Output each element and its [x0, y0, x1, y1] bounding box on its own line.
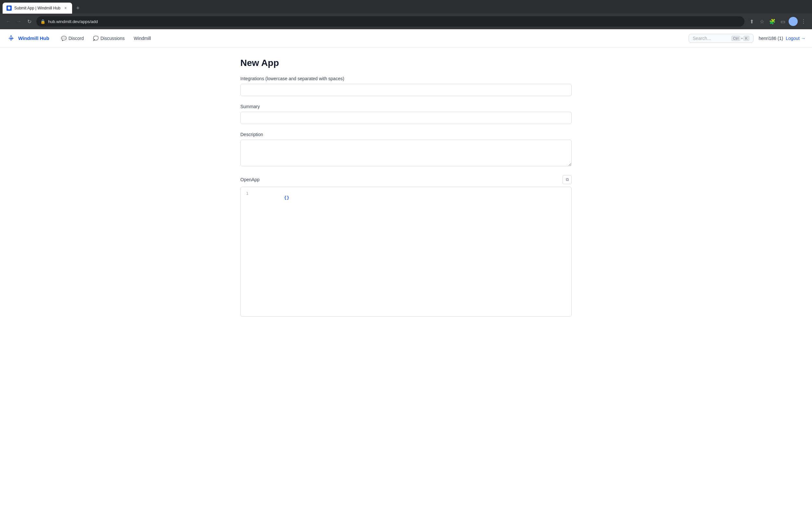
description-textarea[interactable] — [240, 140, 572, 166]
integrations-input[interactable] — [240, 84, 572, 96]
ctrl-key: Ctrl — [732, 36, 740, 41]
share-button[interactable]: ⬆ — [747, 17, 756, 26]
menu-button[interactable]: ⋮ — [799, 17, 808, 26]
line-content-1: {} — [254, 190, 289, 205]
username: henri186 (1) — [759, 36, 784, 41]
openapp-header: OpenApp ⧉ — [240, 175, 572, 184]
search-shortcut: Ctrl + K — [732, 36, 749, 41]
logout-icon: → — [801, 36, 806, 41]
json-braces: {} — [284, 195, 289, 200]
summary-input[interactable] — [240, 112, 572, 124]
url-bar[interactable]: 🔒 hub.windmill.dev/apps/add — [37, 16, 744, 26]
discord-link[interactable]: 💬 Discord — [57, 34, 88, 43]
site-navbar: Windmill Hub 💬 Discord 💭 Discussions Win… — [0, 29, 812, 47]
browser-actions: ⬆ ☆ 🧩 ▭ ⋮ — [747, 17, 808, 26]
tab-close-button[interactable]: × — [63, 5, 68, 11]
address-bar: ← → ↻ 🔒 hub.windmill.dev/apps/add ⬆ ☆ 🧩 … — [0, 14, 812, 29]
integrations-label: Integrations (lowercase and separated wi… — [240, 76, 572, 81]
description-group: Description — [240, 132, 572, 167]
discord-icon: 💬 — [61, 36, 67, 41]
bookmark-button[interactable]: ☆ — [757, 17, 766, 26]
svg-point-0 — [10, 37, 12, 39]
windmill-label: Windmill — [134, 36, 151, 41]
url-text: hub.windmill.dev/apps/add — [48, 19, 741, 24]
copy-button[interactable]: ⧉ — [563, 175, 572, 184]
lock-icon: 🔒 — [40, 19, 46, 24]
k-key: K — [744, 36, 749, 41]
search-placeholder: Search... — [693, 36, 729, 41]
active-tab[interactable]: Submit App | Windmill Hub × — [3, 3, 72, 14]
code-editor[interactable]: 1 {} — [240, 187, 572, 317]
tab-title: Submit App | Windmill Hub — [14, 6, 60, 10]
plus-separator: + — [741, 36, 743, 40]
description-label: Description — [240, 132, 572, 137]
logo-area[interactable]: Windmill Hub — [6, 34, 49, 43]
forward-button[interactable]: → — [14, 17, 23, 26]
code-body: 1 {} — [241, 187, 571, 311]
openapp-label: OpenApp — [240, 177, 259, 182]
discussions-label: Discussions — [100, 36, 125, 41]
nav-buttons: ← → ↻ — [4, 17, 34, 26]
discord-label: Discord — [68, 36, 84, 41]
profile-button[interactable] — [789, 17, 798, 26]
search-box[interactable]: Search... Ctrl + K — [689, 34, 754, 43]
logout-label: Logout — [786, 36, 800, 41]
discussions-icon: 💭 — [93, 36, 99, 41]
openapp-section: OpenApp ⧉ 1 {} — [240, 175, 572, 317]
logo-text: Windmill Hub — [18, 36, 49, 41]
code-line-1: 1 {} — [241, 190, 571, 206]
nav-links: 💬 Discord 💭 Discussions Windmill — [57, 34, 689, 43]
tab-favicon — [6, 5, 12, 11]
integrations-group: Integrations (lowercase and separated wi… — [240, 76, 572, 96]
page-title: New App — [240, 58, 572, 68]
line-number-1: 1 — [241, 190, 254, 196]
windmill-logo-icon — [6, 34, 16, 43]
sidebar-button[interactable]: ▭ — [778, 17, 787, 26]
user-area: henri186 (1) Logout → — [759, 36, 806, 41]
main-content: New App Integrations (lowercase and sepa… — [227, 47, 585, 335]
summary-label: Summary — [240, 104, 572, 109]
extensions-button[interactable]: 🧩 — [768, 17, 777, 26]
discussions-link[interactable]: 💭 Discussions — [89, 34, 129, 43]
back-button[interactable]: ← — [4, 17, 13, 26]
windmill-link[interactable]: Windmill — [130, 34, 155, 43]
new-tab-button[interactable]: + — [73, 4, 82, 13]
logout-button[interactable]: Logout → — [786, 36, 806, 41]
tab-bar: Submit App | Windmill Hub × + — [0, 0, 812, 14]
refresh-button[interactable]: ↻ — [25, 17, 34, 26]
copy-icon: ⧉ — [566, 177, 569, 182]
browser-chrome: Submit App | Windmill Hub × + ← → ↻ 🔒 hu… — [0, 0, 812, 29]
summary-group: Summary — [240, 104, 572, 124]
